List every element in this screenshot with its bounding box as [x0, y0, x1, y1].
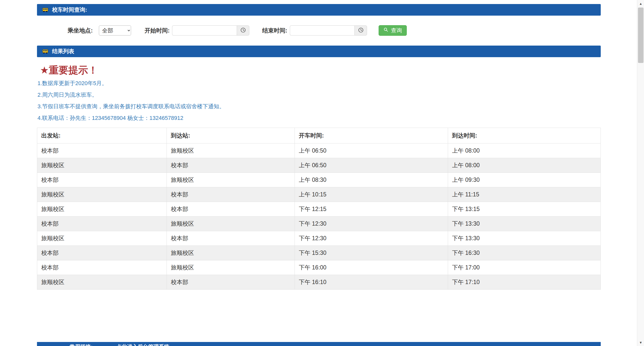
clock-icon	[358, 27, 364, 34]
schedule-table: 出发站: 到达站: 开车时间: 到达时间: 校本部旅顺校区上午 06:50上午 …	[37, 128, 601, 290]
table-cell: 下午 15:30	[295, 246, 448, 260]
table-row: 校本部旅顺校区下午 12:30下午 13:30	[37, 217, 601, 231]
results-panel-header: 结果列表	[37, 46, 601, 57]
table-cell: 下午 12:30	[295, 231, 448, 246]
table-row: 旅顺校区校本部下午 12:15下午 13:15	[37, 202, 601, 217]
query-form: 乘坐地点: 全部 开始时间: 结束时间:	[37, 25, 601, 36]
table-cell: 旅顺校区	[167, 173, 295, 187]
table-cell: 上午 08:00	[448, 144, 600, 158]
header-departure-station: 出发站:	[37, 128, 167, 144]
table-cell: 下午 17:10	[448, 275, 600, 290]
end-time-input[interactable]	[290, 25, 354, 36]
table-cell: 旅顺校区	[37, 231, 167, 246]
search-button-label: 查询	[391, 27, 402, 34]
table-cell: 校本部	[167, 158, 295, 173]
footer-bar: 常用链接: 点此进入后台管理系统	[37, 342, 601, 346]
table-cell: 校本部	[37, 144, 167, 158]
table-cell: 上午 08:00	[448, 158, 600, 173]
scroll-up-arrow[interactable]: ▲	[637, 0, 644, 7]
search-button[interactable]: 查询	[379, 25, 407, 36]
table-row: 校本部旅顺校区下午 15:30下午 16:30	[37, 246, 601, 260]
end-time-clock-addon[interactable]	[354, 25, 367, 36]
scrollbar-thumb[interactable]	[638, 8, 643, 63]
notice-line: 2.周六周日为流水班车。	[37, 92, 601, 98]
table-cell: 下午 13:30	[448, 217, 600, 231]
table-cell: 旅顺校区	[167, 144, 295, 158]
header-arrival-station: 到达站:	[167, 128, 295, 144]
notice-notes: 1.数据库更新于2020年5月。 2.周六周日为流水班车。 3.节假日班车不提供…	[37, 80, 601, 121]
location-select[interactable]: 全部	[99, 25, 131, 36]
clock-icon	[240, 27, 246, 34]
scrollbar[interactable]: ▲ ▼	[637, 0, 644, 346]
table-cell: 上午 08:30	[295, 173, 448, 187]
query-panel-header: 校车时间查询:	[37, 4, 601, 16]
table-cell: 校本部	[167, 187, 295, 202]
table-row: 校本部旅顺校区下午 16:00下午 17:00	[37, 260, 601, 275]
table-cell: 校本部	[167, 231, 295, 246]
table-cell: 校本部	[167, 202, 295, 217]
end-time-label: 结束时间:	[262, 27, 287, 34]
table-cell: 校本部	[37, 217, 167, 231]
table-cell: 上午 09:30	[448, 173, 600, 187]
table-cell: 下午 16:30	[448, 246, 600, 260]
table-cell: 下午 12:30	[295, 217, 448, 231]
start-time-label: 开始时间:	[145, 27, 170, 34]
start-time-clock-addon[interactable]	[237, 25, 249, 36]
table-row: 旅顺校区校本部下午 12:30下午 13:30	[37, 231, 601, 246]
header-departure-time: 开车时间:	[295, 128, 448, 144]
table-row: 旅顺校区校本部上午 10:15上午 11:15	[37, 187, 601, 202]
footer-links-label: 常用链接:	[70, 343, 93, 346]
schedule-table-body: 校本部旅顺校区上午 06:50上午 08:00旅顺校区校本部上午 06:50上午…	[37, 144, 601, 290]
start-time-group	[172, 25, 249, 36]
table-cell: 校本部	[37, 260, 167, 275]
table-cell: 下午 17:00	[448, 260, 600, 275]
table-row: 旅顺校区校本部上午 06:50上午 08:00	[37, 158, 601, 173]
admin-system-link[interactable]: 点此进入后台管理系统	[116, 343, 169, 346]
header-arrival-time: 到达时间:	[448, 128, 600, 144]
table-cell: 旅顺校区	[167, 217, 295, 231]
table-cell: 下午 13:15	[448, 202, 600, 217]
table-cell: 上午 06:50	[295, 144, 448, 158]
table-row: 旅顺校区校本部下午 16:10下午 17:10	[37, 275, 601, 290]
bus-icon	[42, 7, 49, 13]
table-cell: 下午 12:15	[295, 202, 448, 217]
table-cell: 旅顺校区	[37, 275, 167, 290]
location-label: 乘坐地点:	[68, 27, 93, 34]
table-cell: 上午 10:15	[295, 187, 448, 202]
table-cell: 上午 06:50	[295, 158, 448, 173]
table-cell: 旅顺校区	[37, 158, 167, 173]
table-header-row: 出发站: 到达站: 开车时间: 到达时间:	[37, 128, 601, 144]
table-cell: 旅顺校区	[167, 246, 295, 260]
end-time-group	[290, 25, 367, 36]
table-cell: 旅顺校区	[37, 202, 167, 217]
table-cell: 下午 13:30	[448, 231, 600, 246]
table-cell: 下午 16:00	[295, 260, 448, 275]
search-icon	[383, 27, 388, 34]
notice-title: ★重要提示！	[40, 65, 601, 76]
notice-line: 4.联系电话：孙先生：12345678904 杨女士：13246578912	[37, 115, 601, 121]
table-cell: 上午 11:15	[448, 187, 600, 202]
start-time-input[interactable]	[172, 25, 237, 36]
notice-line: 1.数据库更新于2020年5月。	[37, 80, 601, 86]
bus-icon	[42, 48, 49, 55]
query-panel-title: 校车时间查询:	[52, 6, 87, 14]
scroll-down-arrow[interactable]: ▼	[637, 339, 644, 346]
table-cell: 校本部	[167, 275, 295, 290]
table-row: 校本部旅顺校区上午 08:30上午 09:30	[37, 173, 601, 187]
table-cell: 校本部	[37, 173, 167, 187]
page-container: 校车时间查询: 乘坐地点: 全部 开始时间: 结束时间:	[37, 0, 601, 346]
notice-line: 3.节假日班车不提供查询，乘坐前务拨打校车调度联系电话或宿舍楼下通知。	[37, 103, 601, 110]
table-cell: 旅顺校区	[167, 260, 295, 275]
table-row: 校本部旅顺校区上午 06:50上午 08:00	[37, 144, 601, 158]
results-panel-title: 结果列表	[52, 48, 74, 55]
table-cell: 校本部	[37, 246, 167, 260]
table-cell: 旅顺校区	[37, 187, 167, 202]
table-cell: 下午 16:10	[295, 275, 448, 290]
